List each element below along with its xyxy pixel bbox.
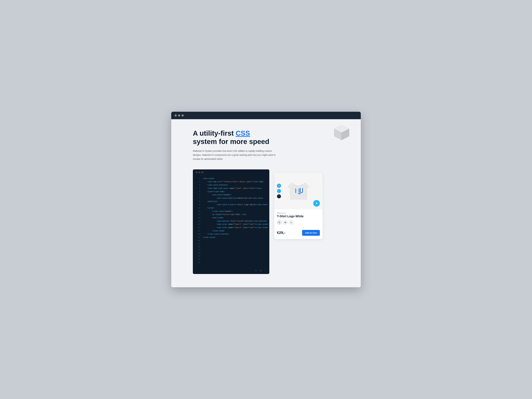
code-line: 10 title> [193, 206, 269, 210]
hero-title-line2: system for more speed [193, 138, 269, 146]
code-line: 6 <ion-card-header> [193, 193, 269, 196]
code-line: 13 <ion-item> [193, 216, 269, 219]
code-body: 1 <ion-card> 2 <ion-img src="/assets/shi… [193, 175, 269, 267]
editor-dot-3 [202, 171, 203, 173]
traffic-light-3 [182, 114, 184, 117]
code-line: 4 <ion-fab><ion-icon name="like" slot="e… [193, 187, 269, 190]
code-line: 21 [193, 242, 269, 245]
size-button-s[interactable]: S [277, 220, 282, 225]
card-title: T-Shirt Logo White [277, 215, 320, 218]
code-line: 15 <ion-icon name="heart" slot="end"></i… [193, 223, 269, 226]
code-line: 19 </ion-card> [193, 236, 269, 239]
card-image-area: ♥ [274, 173, 323, 209]
code-line: 25 [193, 254, 269, 258]
main-area: 1 <ion-card> 2 <ion-img src="/assets/shi… [193, 169, 339, 274]
traffic-light-1 [175, 114, 177, 117]
code-line: 14 <ion-button fill="solid">Action</ion-… [193, 219, 269, 223]
like-button[interactable]: ♥ [313, 200, 320, 207]
browser-titlebar [171, 112, 361, 119]
editor-titlebar [193, 169, 269, 175]
code-line: 9 <ion-card-title>T-shirt Logo White</io… [193, 203, 269, 206]
code-editor: 1 <ion-card> 2 <ion-img src="/assets/shi… [193, 169, 269, 274]
card-brand: Material-UI [277, 212, 320, 214]
code-line: 16 <ion-icon name="share" slot="end"></i… [193, 226, 269, 229]
code-line: 26 [193, 258, 269, 261]
code-line: 1 <ion-card> [193, 177, 269, 180]
code-line: 3 <ion-card-content> [193, 183, 269, 187]
product-price: €29,- [277, 231, 285, 235]
product-card: ♥ Material-UI T-Shirt Logo White S M L €… [274, 173, 323, 239]
code-line: 24 [193, 252, 269, 255]
code-line: 7 <ion-card-subtitle>Material-UI</ion-ca… [193, 196, 269, 200]
size-button-m[interactable]: M [283, 220, 288, 225]
color-options [277, 184, 281, 198]
hero-title: A utility-first CSS system for more spee… [193, 129, 286, 146]
code-icon[interactable]: <> [255, 269, 257, 272]
code-line: 20 [193, 239, 269, 242]
color-option-blue-checked[interactable] [277, 184, 281, 188]
card-footer: €29,- Add to Cart [277, 228, 320, 236]
code-line: 5 icon></ion-fab> [193, 190, 269, 193]
code-line: 17 </ion-item> [193, 229, 269, 233]
code-line: 23 [193, 248, 269, 252]
more-icon[interactable]: ⋮ [264, 269, 267, 272]
code-line: 2 <ion-img src="/assets/shirt-white.jpg"… [193, 180, 269, 183]
heart-icon: ♥ [316, 202, 317, 205]
decorative-cube [332, 124, 351, 143]
hero-subtitle: Material-UI System provides low-level CS… [193, 149, 276, 161]
size-options: S M L [277, 220, 320, 225]
code-line: 11 </ion-card-header> [193, 210, 269, 213]
code-line: 22 [193, 245, 269, 248]
highlight-css: CSS [236, 129, 250, 137]
browser-window: A utility-first CSS system for more spee… [171, 112, 361, 287]
color-option-cyan[interactable] [277, 189, 281, 193]
size-button-l[interactable]: L [289, 220, 294, 225]
editor-footer: <> ⧉ ⋮ [193, 267, 269, 274]
browser-content: A utility-first CSS system for more spee… [171, 119, 361, 287]
copy-icon[interactable]: ⧉ [260, 269, 262, 272]
card-body: Material-UI T-Shirt Logo White S M L €29… [274, 209, 323, 239]
add-to-cart-button[interactable]: Add to Cart [302, 230, 320, 236]
tshirt-image [285, 178, 312, 204]
code-line: 8 subtitle> [193, 200, 269, 203]
code-line: 27 [193, 261, 269, 264]
code-line: 18 </ion-card-content> [193, 232, 269, 236]
traffic-light-2 [178, 114, 180, 117]
color-option-dark[interactable] [277, 194, 281, 198]
editor-dot-2 [198, 171, 200, 173]
code-line: 12 <p class="price-tag">€29,-</p> [193, 213, 269, 216]
editor-dot-1 [196, 171, 197, 173]
